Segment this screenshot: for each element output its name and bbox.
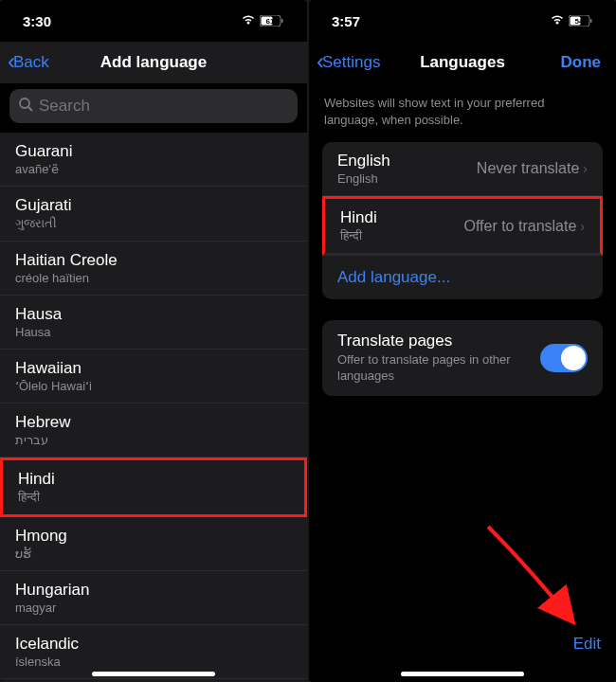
translate-title: Translate pages bbox=[337, 332, 517, 350]
language-list: Guaraniavañe'ẽGujaratiગુજરાતીHaitian Cre… bbox=[0, 133, 307, 682]
language-item[interactable]: Hindiहिन्दी bbox=[0, 458, 307, 517]
language-name: Icelandic bbox=[15, 635, 292, 654]
language-native: Hausa bbox=[15, 325, 292, 339]
description-text: Websites will show text in your preferre… bbox=[309, 83, 616, 142]
language-name: Hindi bbox=[340, 208, 463, 227]
toggle-knob bbox=[561, 346, 586, 370]
language-name: Hausa bbox=[15, 305, 292, 324]
svg-line-5 bbox=[28, 107, 32, 111]
add-language-button[interactable]: Add language... bbox=[322, 256, 603, 299]
configured-languages-list: EnglishEnglishNever translate ›Hindiहिन्… bbox=[322, 142, 603, 299]
language-native: magyar bbox=[15, 601, 292, 615]
language-item[interactable]: HawaiianʻŌlelo Hawaiʻi bbox=[0, 350, 307, 404]
language-item[interactable]: Hmongບຮ້ bbox=[0, 517, 307, 571]
language-name: Guarani bbox=[15, 142, 292, 161]
nav-bar: ‹ Settings Languages Done bbox=[309, 42, 616, 83]
page-title: Add language bbox=[100, 53, 207, 72]
language-native: créole haïtien bbox=[15, 271, 292, 285]
language-native: íslenska bbox=[15, 655, 292, 669]
language-item[interactable]: Hungarianmagyar bbox=[0, 571, 307, 625]
status-icons: 54 bbox=[550, 13, 593, 28]
status-icons: 61 bbox=[241, 13, 284, 28]
search-icon bbox=[19, 98, 33, 116]
language-name: Gujarati bbox=[15, 196, 292, 215]
status-bar: 3:57 54 bbox=[309, 0, 616, 42]
language-item[interactable]: Guaraniavañe'ẽ bbox=[0, 133, 307, 187]
language-native: हिन्दी bbox=[18, 490, 289, 505]
page-title: Languages bbox=[420, 53, 505, 72]
configured-language-item[interactable]: EnglishEnglishNever translate › bbox=[322, 142, 603, 196]
language-name: Hungarian bbox=[15, 581, 292, 600]
back-button[interactable]: ‹ Settings bbox=[317, 50, 380, 75]
language-name: Hawaiian bbox=[15, 359, 292, 378]
home-indicator[interactable] bbox=[92, 672, 215, 676]
status-bar: 3:30 61 bbox=[0, 0, 307, 42]
svg-text:54: 54 bbox=[575, 17, 584, 26]
status-time: 3:57 bbox=[332, 13, 360, 29]
language-item[interactable]: HausaHausa bbox=[0, 296, 307, 350]
status-time: 3:30 bbox=[23, 13, 51, 29]
language-item[interactable]: Hebrewעברית bbox=[0, 404, 307, 458]
back-button[interactable]: ‹ Back bbox=[8, 50, 49, 75]
screen-add-language: 3:30 61 ‹ Back Add language Guaraniavañe… bbox=[0, 0, 307, 682]
svg-text:61: 61 bbox=[266, 17, 275, 26]
language-native: English bbox=[337, 171, 477, 186]
nav-bar: ‹ Back Add language bbox=[0, 42, 307, 83]
language-name: Hmong bbox=[15, 527, 292, 546]
chevron-right-icon: › bbox=[583, 161, 588, 176]
language-name: Hindi bbox=[18, 470, 289, 489]
search-input[interactable] bbox=[39, 97, 288, 116]
language-name: Hebrew bbox=[15, 413, 292, 432]
language-name: English bbox=[337, 152, 477, 170]
language-native: ગુજરાતી bbox=[15, 216, 292, 231]
svg-rect-3 bbox=[281, 19, 283, 23]
battery-indicator: 61 bbox=[260, 15, 284, 27]
language-native: ບຮ້ bbox=[15, 547, 292, 561]
language-action: Offer to translate › bbox=[463, 218, 585, 235]
wifi-icon bbox=[241, 13, 256, 28]
battery-indicator: 54 bbox=[569, 15, 593, 27]
search-bar[interactable] bbox=[9, 89, 298, 123]
back-label: Settings bbox=[322, 53, 380, 72]
translate-toggle[interactable] bbox=[540, 344, 588, 372]
screen-languages: 3:57 54 ‹ Settings Languages Done Websit… bbox=[309, 0, 616, 682]
back-label: Back bbox=[13, 53, 49, 72]
translate-desc: Offer to translate pages in other langua… bbox=[337, 352, 517, 385]
wifi-icon bbox=[550, 13, 565, 28]
language-native: avañe'ẽ bbox=[15, 162, 292, 176]
language-item[interactable]: Haitian Creolecréole haïtien bbox=[0, 242, 307, 296]
svg-rect-9 bbox=[590, 19, 592, 23]
configured-language-item[interactable]: Hindiहिन्दीOffer to translate › bbox=[322, 196, 603, 256]
home-indicator[interactable] bbox=[401, 672, 524, 676]
edit-button[interactable]: Edit bbox=[573, 635, 601, 654]
language-native: ʻŌlelo Hawaiʻi bbox=[15, 379, 292, 393]
annotation-arrow bbox=[479, 517, 583, 635]
language-action: Never translate › bbox=[477, 160, 588, 177]
chevron-right-icon: › bbox=[580, 219, 585, 234]
svg-point-4 bbox=[20, 99, 29, 108]
done-button[interactable]: Done bbox=[561, 53, 609, 72]
translate-section: Translate pages Offer to translate pages… bbox=[322, 320, 603, 396]
language-native: हिन्दी bbox=[340, 228, 463, 243]
language-name: Haitian Creole bbox=[15, 251, 292, 270]
language-item[interactable]: Gujaratiગુજરાતી bbox=[0, 187, 307, 242]
translate-pages-row: Translate pages Offer to translate pages… bbox=[322, 320, 603, 396]
language-native: עברית bbox=[15, 433, 292, 447]
